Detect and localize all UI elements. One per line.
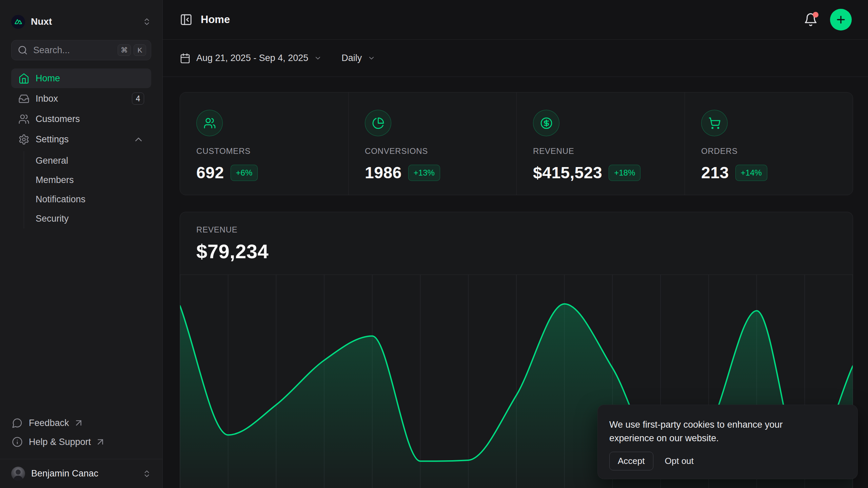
- revenue-chart-value: $79,234: [196, 240, 836, 263]
- stat-label: ORDERS: [701, 146, 853, 156]
- stat-cell-customers: CUSTOMERS692+6%: [180, 93, 348, 195]
- chevrons-up-down-icon: [142, 469, 151, 478]
- sidebar-link-label: Help & Support: [29, 437, 91, 447]
- collapse-sidebar-button[interactable]: [180, 13, 193, 26]
- home-icon: [18, 73, 29, 84]
- stat-delta-badge: +18%: [609, 165, 640, 181]
- date-range-label: Aug 21, 2025 - Sep 4, 2025: [196, 53, 308, 63]
- sidebar-item-customers[interactable]: Customers: [11, 109, 151, 129]
- stat-cell-orders: ORDERS213+14%: [685, 93, 853, 195]
- stat-icon-circle: [533, 110, 559, 136]
- message-circle-icon: [12, 418, 23, 428]
- cookie-optout-button[interactable]: Opt out: [665, 456, 694, 466]
- calendar-icon: [180, 53, 191, 64]
- granularity-select[interactable]: Daily: [341, 53, 375, 63]
- stat-value: 692: [196, 163, 224, 182]
- stat-icon-circle: [365, 110, 391, 136]
- user-name: Benjamin Canac: [31, 468, 98, 479]
- chevron-up-icon: [133, 134, 144, 145]
- stat-cell-revenue: REVENUE$415,523+18%: [516, 93, 685, 195]
- cmd-key: ⌘: [118, 44, 131, 56]
- users-icon: [18, 114, 29, 125]
- sidebar-nav: HomeInbox4CustomersSettingsGeneralMember…: [0, 65, 162, 235]
- users-icon: [203, 117, 216, 129]
- stat-value: 1986: [365, 163, 402, 182]
- stat-label: REVENUE: [533, 146, 685, 156]
- search-icon: [18, 45, 28, 55]
- inbox-count-badge: 4: [132, 93, 144, 105]
- cookie-accept-button[interactable]: Accept: [609, 452, 653, 470]
- sidebar-link-feedback[interactable]: Feedback: [11, 413, 151, 432]
- stat-icon-circle: [701, 110, 728, 136]
- stat-label: CONVERSIONS: [365, 146, 516, 156]
- sidebar-link-label: Feedback: [29, 418, 69, 428]
- top-header: Home: [163, 0, 868, 40]
- sidebar-footer-links: FeedbackHelp & Support: [0, 413, 162, 459]
- inbox-icon: [18, 93, 29, 104]
- sidebar-subitem-security[interactable]: Security: [24, 209, 151, 228]
- nuxt-logo-icon: [11, 15, 25, 29]
- page-title: Home: [201, 14, 230, 26]
- sidebar-subitem-notifications[interactable]: Notifications: [24, 190, 151, 209]
- notification-dot: [813, 12, 818, 18]
- pie-chart-icon: [372, 117, 384, 129]
- revenue-chart-label: REVENUE: [196, 225, 836, 235]
- add-button[interactable]: [830, 9, 852, 30]
- notifications-button[interactable]: [804, 13, 818, 27]
- gear-icon: [18, 134, 29, 145]
- sidebar-item-settings[interactable]: Settings: [11, 129, 151, 149]
- sidebar-item-label: Inbox: [36, 94, 58, 104]
- user-menu[interactable]: Benjamin Canac: [0, 459, 162, 488]
- search-shortcut: ⌘ K: [118, 44, 146, 56]
- sidebar-subitem-general[interactable]: General: [24, 151, 151, 170]
- search-input[interactable]: Search... ⌘ K: [11, 40, 151, 60]
- arrow-up-right-icon: [73, 418, 84, 428]
- filters-toolbar: Aug 21, 2025 - Sep 4, 2025 Daily: [163, 40, 868, 77]
- info-icon: [12, 436, 23, 447]
- chevron-down-icon: [368, 54, 375, 62]
- stats-card: CUSTOMERS692+6%CONVERSIONS1986+13%REVENU…: [180, 92, 853, 195]
- sidebar-subitem-members[interactable]: Members: [24, 170, 151, 190]
- date-range-picker[interactable]: Aug 21, 2025 - Sep 4, 2025: [180, 53, 322, 64]
- chevron-down-icon: [314, 54, 322, 62]
- sidebar-item-home[interactable]: Home: [11, 68, 151, 88]
- stat-delta-badge: +14%: [735, 165, 767, 181]
- sidebar-item-label: Home: [36, 73, 60, 84]
- workspace-name: Nuxt: [31, 16, 52, 27]
- search-placeholder: Search...: [33, 45, 70, 56]
- stat-label: CUSTOMERS: [196, 146, 348, 156]
- stat-icon-circle: [196, 110, 223, 136]
- stat-delta-badge: +13%: [408, 165, 440, 181]
- shopping-cart-icon: [708, 117, 721, 129]
- sidebar-sublist-settings: GeneralMembersNotificationsSecurity: [24, 151, 151, 228]
- k-key: K: [134, 44, 146, 56]
- granularity-label: Daily: [341, 53, 362, 63]
- stat-cell-conversions: CONVERSIONS1986+13%: [348, 93, 516, 195]
- circle-dollar-icon: [540, 117, 553, 129]
- workspace-selector[interactable]: Nuxt: [11, 12, 151, 31]
- cookie-message: We use first-party cookies to enhance yo…: [609, 418, 820, 445]
- stat-delta-badge: +6%: [231, 165, 258, 181]
- sidebar-item-label: Customers: [36, 114, 80, 124]
- avatar: [11, 467, 25, 481]
- stat-value: $415,523: [533, 163, 602, 182]
- sidebar-item-inbox[interactable]: Inbox4: [11, 89, 151, 108]
- sidebar: Nuxt Search... ⌘ K HomeInbox4CustomersSe…: [0, 0, 163, 488]
- stat-value: 213: [701, 163, 729, 182]
- sidebar-item-label: Settings: [36, 134, 69, 145]
- arrow-up-right-icon: [95, 436, 106, 447]
- cookie-banner: We use first-party cookies to enhance yo…: [597, 405, 858, 479]
- chevrons-up-down-icon: [142, 17, 151, 26]
- sidebar-link-help-support[interactable]: Help & Support: [11, 432, 151, 451]
